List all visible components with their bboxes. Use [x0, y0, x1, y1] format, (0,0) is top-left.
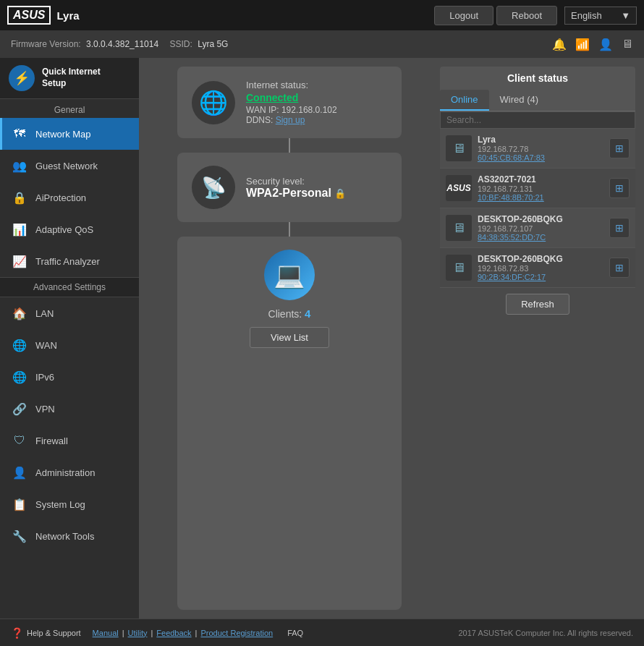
client-mac[interactable]: 10:BF:48:8B:70:21	[478, 193, 603, 202]
sidebar-item-label: WAN	[35, 340, 57, 351]
sidebar-item-traffic-analyzer[interactable]: 📈 Traffic Analyzer	[0, 245, 139, 277]
sidebar-item-label: System Log	[35, 499, 85, 510]
client-action-btn[interactable]: ⊞	[609, 258, 630, 278]
sidebar-item-aiprotection[interactable]: 🔒 AiProtection	[0, 182, 139, 213]
quick-internet-setup[interactable]: ⚡ Quick Internet Setup	[0, 58, 139, 99]
sidebar-item-label: Network Map	[35, 129, 91, 140]
clients-section: 💻 Clients: 4 View List	[177, 237, 402, 610]
bell-icon[interactable]: 🔔	[552, 38, 567, 51]
quick-setup-icon: ⚡	[9, 65, 35, 91]
sidebar-item-adaptive-qos[interactable]: 📊 Adaptive QoS	[0, 213, 139, 245]
list-item: 🖥 DESKTOP-260BQKG 192.168.72.107 84:38:3…	[440, 208, 635, 248]
language-selector[interactable]: English ▼	[564, 7, 637, 25]
logout-button[interactable]: Logout	[434, 6, 493, 25]
advanced-settings-title: Advanced Settings	[0, 277, 139, 297]
view-list-button[interactable]: View List	[250, 327, 329, 348]
sidebar-item-administration[interactable]: 👤 Administration	[0, 456, 139, 488]
internet-status-connected[interactable]: Connected	[246, 92, 387, 103]
asus-brand-icon: ASUS	[446, 183, 470, 193]
client-ip: 192.168.72.83	[478, 264, 603, 273]
sidebar-item-label: Administration	[35, 467, 95, 478]
client-name: DESKTOP-260BQKG	[478, 214, 603, 224]
client-mac[interactable]: 60:45:CB:68:A7:83	[478, 153, 603, 162]
sidebar-item-label: Guest Network	[35, 161, 98, 171]
footer: ❓ Help & Support Manual | Utility | Feed…	[0, 619, 644, 646]
sidebar-item-wan[interactable]: 🌐 WAN	[0, 329, 139, 361]
client-info: AS3202T-7021 192.168.72.131 10:BF:48:8B:…	[478, 174, 603, 202]
client-info: DESKTOP-260BQKG 192.168.72.107 84:38:35:…	[478, 214, 603, 242]
security-value: WPA2-Personal 🔒	[246, 187, 387, 200]
internet-status-label: Internet status:	[246, 80, 387, 90]
sidebar-item-label: AiProtection	[35, 192, 86, 203]
client-action-btn[interactable]: ⊞	[609, 178, 630, 198]
client-info: DESKTOP-260BQKG 192.168.72.83 90:2B:34:D…	[478, 254, 603, 281]
product-registration-link[interactable]: Product Registration	[200, 629, 273, 637]
client-search-input[interactable]	[440, 111, 635, 129]
client-ip: 192.168.72.131	[478, 184, 603, 193]
adaptive-qos-icon: 📊	[11, 221, 28, 238]
wan-ip-display: WAN IP: 192.168.0.102	[246, 105, 387, 115]
general-section-title: General	[0, 99, 139, 118]
firmware-version: 3.0.0.4.382_11014	[86, 39, 158, 49]
help-support-label: Help & Support	[27, 629, 81, 637]
client-action-btn[interactable]: ⊞	[609, 138, 630, 158]
client-mac[interactable]: 84:38:35:52:DD:7C	[478, 233, 603, 242]
client-action-btn[interactable]: ⊞	[609, 218, 630, 238]
network-map-center: 🌐 Internet status: Connected WAN IP: 192…	[148, 67, 431, 610]
client-name: DESKTOP-260BQKG	[478, 254, 603, 264]
ddns-signup-link[interactable]: Sign up	[276, 115, 305, 125]
sidebar-item-firewall[interactable]: 🛡 Firewall	[0, 425, 139, 456]
tab-online[interactable]: Online	[440, 90, 489, 111]
sidebar-item-ipv6[interactable]: 🌐 IPv6	[0, 361, 139, 393]
chevron-down-icon: ▼	[621, 10, 630, 21]
aiprotection-icon: 🔒	[11, 189, 28, 206]
sidebar-item-network-tools[interactable]: 🔧 Network Tools	[0, 520, 139, 552]
wifi-icon[interactable]: 📶	[575, 38, 590, 51]
display-icon[interactable]: 🖥	[622, 38, 633, 51]
sidebar-item-lan[interactable]: 🏠 LAN	[0, 297, 139, 329]
sidebar: ⚡ Quick Internet Setup General 🗺 Network…	[0, 58, 139, 619]
ssid-value: Lyra 5G	[198, 39, 228, 49]
connector-2	[289, 222, 290, 237]
feedback-link[interactable]: Feedback	[156, 629, 191, 637]
sidebar-item-guest-network[interactable]: 👥 Guest Network	[0, 150, 139, 182]
utility-link[interactable]: Utility	[128, 629, 148, 637]
client-list: 🖥 Lyra 192.168.72.78 60:45:CB:68:A7:83 ⊞…	[440, 129, 635, 288]
copyright-text: 2017 ASUSTeK Computer Inc. All rights re…	[458, 629, 633, 637]
asus-logo: ASUS	[7, 6, 51, 25]
clients-big-icon: 💻	[264, 250, 315, 300]
firmware-info: Firmware Version: 3.0.0.4.382_11014 SSID…	[11, 39, 228, 49]
tab-wired[interactable]: Wired (4)	[489, 90, 549, 111]
main-layout: ⚡ Quick Internet Setup General 🗺 Network…	[0, 58, 644, 619]
wan-icon: 🌐	[11, 336, 28, 354]
security-label: Security level:	[246, 176, 387, 187]
reboot-button[interactable]: Reboot	[496, 6, 557, 25]
sidebar-item-label: Network Tools	[35, 531, 94, 542]
lock-icon: 🔒	[334, 188, 346, 199]
clients-count: Clients: 4	[268, 307, 311, 320]
refresh-button[interactable]: Refresh	[506, 294, 569, 315]
sidebar-item-system-log[interactable]: 📋 System Log	[0, 488, 139, 520]
sidebar-item-network-map[interactable]: 🗺 Network Map	[0, 118, 139, 150]
client-status-title: Client status	[440, 67, 635, 90]
network-tools-icon: 🔧	[11, 527, 28, 545]
client-mac[interactable]: 90:2B:34:DF:C2:17	[478, 273, 603, 281]
sidebar-item-vpn[interactable]: 🔗 VPN	[0, 393, 139, 425]
manual-link[interactable]: Manual	[93, 629, 119, 637]
traffic-analyzer-icon: 📈	[11, 252, 28, 270]
list-item: ASUS AS3202T-7021 192.168.72.131 10:BF:4…	[440, 169, 635, 208]
device-icon-router: 🖥	[446, 135, 472, 161]
footer-help: ❓ Help & Support Manual | Utility | Feed…	[11, 627, 273, 639]
sidebar-item-label: Firewall	[35, 435, 68, 446]
internet-node-info: Internet status: Connected WAN IP: 192.1…	[246, 80, 387, 125]
router-node: 📡 Security level: WPA2-Personal 🔒	[177, 153, 402, 222]
router-icon: 📡	[192, 166, 235, 209]
sidebar-item-label: IPv6	[35, 372, 54, 383]
lan-icon: 🏠	[11, 305, 28, 322]
firewall-icon: 🛡	[11, 432, 28, 449]
device-icon-desktop: 🖥	[446, 215, 472, 241]
ddns-display: DDNS: Sign up	[246, 115, 387, 125]
logo-area: ASUS Lyra	[7, 6, 434, 25]
administration-icon: 👤	[11, 464, 28, 481]
user-icon[interactable]: 👤	[598, 38, 613, 51]
